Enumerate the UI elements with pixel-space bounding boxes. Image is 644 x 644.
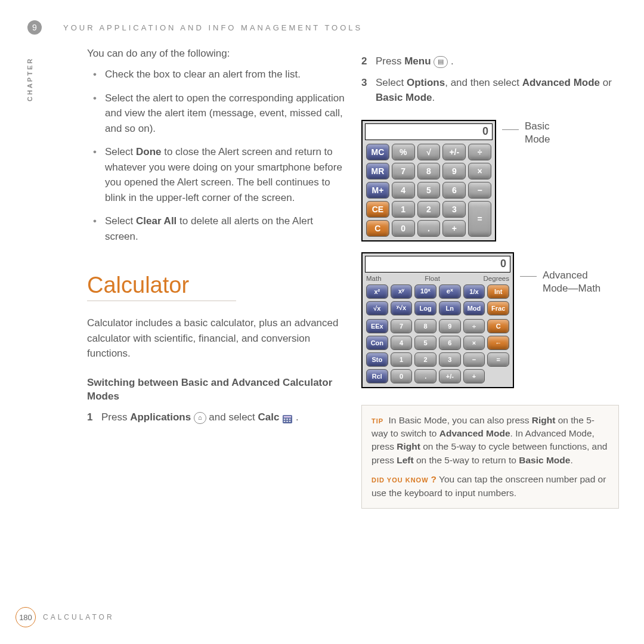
- calc-button[interactable]: 1/x: [463, 284, 485, 299]
- calc-button[interactable]: 6: [442, 182, 466, 199]
- calc-button[interactable]: .: [414, 369, 436, 383]
- tip-box: TIP In Basic Mode, you can also press Ri…: [361, 405, 619, 509]
- menu-key-icon: ▤: [434, 56, 448, 68]
- calc-button[interactable]: Sto: [366, 352, 388, 367]
- calc-button[interactable]: √: [417, 144, 441, 160]
- bullet-3: Select Done to close the Alert screen an…: [87, 144, 345, 205]
- calc-button[interactable]: 8: [414, 319, 436, 333]
- step-3: 3 Select Options, and then select Advanc…: [361, 75, 619, 106]
- tip-label: TIP: [371, 417, 383, 425]
- section-heading-calculator: Calculator: [87, 273, 236, 301]
- calc-button[interactable]: ÷: [468, 144, 491, 160]
- svg-rect-1: [284, 416, 291, 417]
- calc-button[interactable]: 1: [392, 201, 415, 218]
- calc-button[interactable]: 2: [417, 201, 441, 218]
- calc-button[interactable]: 2: [414, 352, 436, 367]
- svg-rect-2: [284, 419, 286, 420]
- chapter-number-badge: 9: [27, 20, 42, 35]
- calc-display: 0: [365, 123, 493, 140]
- left-column: You can do any of the following: Check t…: [87, 48, 345, 509]
- calc-button[interactable]: x²: [366, 284, 388, 299]
- calc-button[interactable]: 5: [417, 182, 441, 199]
- calc-button[interactable]: 1: [391, 352, 413, 367]
- calc-button[interactable]: C: [366, 220, 389, 237]
- calc-button[interactable]: ÷: [463, 319, 485, 333]
- calc-button[interactable]: 4: [391, 336, 413, 350]
- calc-button[interactable]: %: [392, 144, 415, 160]
- calc-button[interactable]: 3: [442, 201, 466, 218]
- svg-rect-3: [286, 419, 288, 420]
- calc-description: Calculator includes a basic calculator, …: [87, 315, 345, 361]
- calc-button[interactable]: EEx: [366, 319, 388, 333]
- calc-button[interactable]: CE: [366, 201, 389, 218]
- bullet-4: Select Clear All to delete all alerts on…: [87, 213, 345, 244]
- calc-button[interactable]: ←: [487, 336, 509, 350]
- calculator-basic-figure: 0 MC%√+/-÷MR789×M+456−CE123=C0.+: [361, 120, 496, 242]
- calc-button[interactable]: 0: [392, 220, 415, 237]
- chapter-title: YOUR APPLICATION AND INFO MANAGEMENT TOO…: [50, 23, 363, 32]
- calc-button[interactable]: Mod: [463, 301, 485, 315]
- advanced-mode-label: AdvancedMode—Math: [543, 269, 600, 295]
- svg-rect-6: [286, 420, 288, 422]
- applications-key-icon: ⌂: [194, 412, 206, 424]
- calc-button[interactable]: 5: [414, 336, 436, 350]
- calc-button[interactable]: −: [468, 182, 491, 199]
- calc-button[interactable]: ʸ√x: [391, 301, 413, 315]
- bullet-2: Select the alert to open the correspondi…: [87, 91, 345, 137]
- calc-button[interactable]: MC: [366, 144, 389, 160]
- calc-button[interactable]: Con: [366, 336, 388, 350]
- calc-button[interactable]: Frac: [487, 301, 509, 315]
- calc-button[interactable]: 10ˣ: [414, 284, 436, 299]
- calc-button[interactable]: xʸ: [391, 284, 413, 299]
- dyk-label: DID YOU KNOW: [371, 476, 429, 484]
- calc-button[interactable]: .: [417, 220, 441, 237]
- calc-button[interactable]: 4: [392, 182, 415, 199]
- right-column: 2 Press Menu ▤ . 3 Select Options, and t…: [361, 48, 619, 509]
- page-number: 180: [16, 607, 36, 627]
- calc-button[interactable]: 7: [392, 163, 415, 179]
- calc-button[interactable]: Rcl: [366, 369, 388, 383]
- callout-leader: [502, 129, 519, 130]
- calc-button[interactable]: eˣ: [439, 284, 461, 299]
- svg-rect-5: [284, 420, 286, 422]
- calc-icon: [282, 413, 293, 423]
- calc-button[interactable]: 7: [391, 319, 413, 333]
- calc-button[interactable]: C: [487, 319, 509, 333]
- footer-section-title: CALCULATOR: [43, 613, 114, 621]
- calc-button[interactable]: Int: [487, 284, 509, 299]
- chapter-vertical-label: CHAPTER: [26, 57, 33, 101]
- adv-tabs: MathFloatDegrees: [365, 275, 510, 283]
- calculator-advanced-figure: 0 MathFloatDegrees x²xʸ10ˣeˣ1/xInt√xʸ√xL…: [361, 252, 514, 388]
- calc-button[interactable]: 8: [417, 163, 441, 179]
- calc-button[interactable]: 6: [439, 336, 461, 350]
- calc-button[interactable]: ×: [468, 163, 491, 179]
- calc-button[interactable]: MR: [366, 163, 389, 179]
- step-1: 1 Press Applications ⌂ and select Calc .: [87, 410, 345, 425]
- calc-button[interactable]: ×: [463, 336, 485, 350]
- svg-rect-7: [289, 420, 291, 422]
- calc-button[interactable]: +: [442, 220, 466, 237]
- calc-button[interactable]: 3: [439, 352, 461, 367]
- calc-button[interactable]: +/-: [439, 369, 461, 383]
- calc-button[interactable]: √x: [366, 301, 388, 315]
- basic-mode-label: BasicMode: [525, 120, 550, 146]
- svg-rect-4: [289, 419, 291, 420]
- callout-leader: [520, 276, 537, 277]
- step-2: 2 Press Menu ▤ .: [361, 54, 619, 69]
- calc-button[interactable]: 9: [439, 319, 461, 333]
- calc-button[interactable]: +/-: [442, 144, 466, 160]
- calc-button[interactable]: Ln: [439, 301, 461, 315]
- subheading-switch-modes: Switching between Basic and Advanced Cal…: [87, 376, 345, 404]
- calc-button[interactable]: −: [463, 352, 485, 367]
- bullet-1: Check the box to clear an alert from the…: [87, 67, 345, 82]
- alerts-intro: You can do any of the following:: [87, 48, 345, 60]
- calc-button[interactable]: 9: [442, 163, 466, 179]
- calc-button[interactable]: 0: [391, 369, 413, 383]
- calc-button[interactable]: =: [468, 201, 491, 237]
- calc-button[interactable]: Log: [414, 301, 436, 315]
- calc-button[interactable]: =: [487, 352, 509, 367]
- calc-button[interactable]: +: [463, 369, 485, 383]
- calc-display-adv: 0: [365, 256, 510, 273]
- calc-button[interactable]: M+: [366, 182, 389, 199]
